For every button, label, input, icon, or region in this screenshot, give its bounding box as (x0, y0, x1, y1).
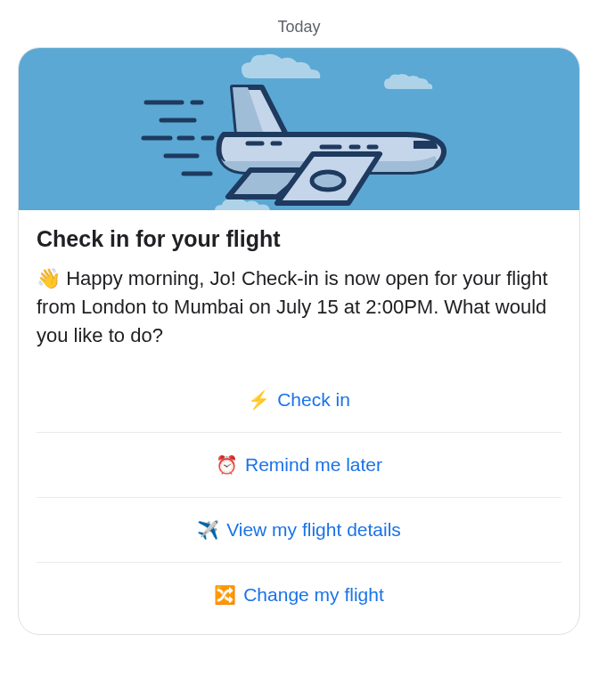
action-label: View my flight details (226, 519, 401, 541)
view-flight-details-button[interactable]: ✈️ View my flight details (37, 497, 561, 562)
card-message: 👋 Happy morning, Jo! Check-in is now ope… (37, 265, 561, 350)
message-text: Happy morning, Jo! Check-in is now open … (37, 267, 548, 346)
card-title: Check in for your flight (37, 226, 561, 252)
airplane-icon (130, 65, 469, 208)
action-label: Remind me later (245, 454, 382, 476)
shuffle-icon: 🔀 (214, 584, 236, 606)
action-label: Change my flight (243, 584, 384, 606)
hero-illustration (19, 48, 579, 210)
date-header: Today (277, 18, 320, 37)
wave-emoji: 👋 (37, 267, 61, 289)
notification-card: Check in for your flight 👋 Happy morning… (18, 47, 580, 635)
action-list: ⚡ Check in ⏰ Remind me later ✈️ View my … (37, 368, 561, 627)
svg-point-8 (312, 172, 344, 190)
alarm-clock-icon: ⏰ (216, 454, 238, 476)
lightning-icon: ⚡ (248, 389, 270, 411)
airplane-icon: ✈️ (197, 519, 219, 541)
action-label: Check in (277, 389, 350, 411)
change-flight-button[interactable]: 🔀 Change my flight (37, 562, 561, 627)
remind-later-button[interactable]: ⏰ Remind me later (37, 432, 561, 497)
card-body: Check in for your flight 👋 Happy morning… (19, 210, 579, 634)
check-in-button[interactable]: ⚡ Check in (37, 368, 561, 432)
